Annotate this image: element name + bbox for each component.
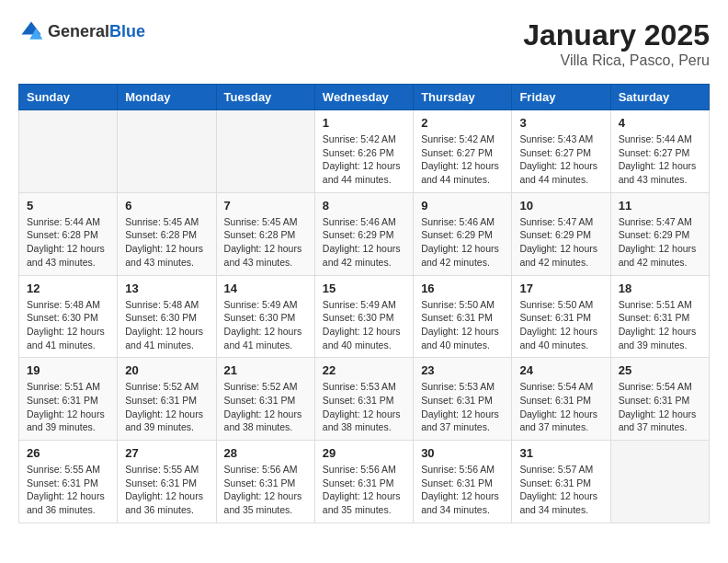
day-info: Sunrise: 5:50 AM Sunset: 6:31 PM Dayligh… [519, 298, 602, 352]
calendar-cell: 6Sunrise: 5:45 AM Sunset: 6:28 PM Daylig… [118, 192, 216, 275]
day-number: 13 [125, 282, 208, 295]
calendar-cell: 22Sunrise: 5:53 AM Sunset: 6:31 PM Dayli… [314, 358, 413, 441]
day-number: 23 [421, 363, 504, 377]
calendar-cell: 18Sunrise: 5:51 AM Sunset: 6:31 PM Dayli… [610, 275, 709, 358]
day-info: Sunrise: 5:51 AM Sunset: 6:31 PM Dayligh… [619, 298, 701, 352]
day-info: Sunrise: 5:48 AM Sunset: 6:30 PM Dayligh… [27, 298, 109, 352]
day-number: 2 [421, 116, 504, 130]
day-number: 4 [619, 116, 701, 130]
title-block: January 2025 Villa Rica, Pasco, Peru [523, 18, 710, 69]
calendar-week-1: 5Sunrise: 5:44 AM Sunset: 6:28 PM Daylig… [19, 192, 710, 275]
day-number: 19 [27, 363, 109, 377]
day-info: Sunrise: 5:56 AM Sunset: 6:31 PM Dayligh… [323, 463, 405, 517]
day-info: Sunrise: 5:47 AM Sunset: 6:29 PM Dayligh… [519, 215, 602, 270]
calendar-cell: 31Sunrise: 5:57 AM Sunset: 6:31 PM Dayli… [512, 441, 610, 523]
calendar-week-0: 1Sunrise: 5:42 AM Sunset: 6:26 PM Daylig… [19, 110, 710, 193]
calendar-cell: 3Sunrise: 5:43 AM Sunset: 6:27 PM Daylig… [512, 110, 610, 193]
weekday-header-friday: Friday [512, 85, 610, 110]
day-number: 8 [323, 199, 405, 213]
day-number: 20 [125, 363, 208, 377]
day-info: Sunrise: 5:42 AM Sunset: 6:27 PM Dayligh… [421, 132, 504, 187]
calendar-cell: 1Sunrise: 5:42 AM Sunset: 6:26 PM Daylig… [314, 110, 413, 193]
day-number: 12 [27, 282, 109, 295]
day-info: Sunrise: 5:57 AM Sunset: 6:31 PM Dayligh… [519, 463, 602, 517]
logo-general: General [48, 22, 109, 40]
day-info: Sunrise: 5:43 AM Sunset: 6:27 PM Dayligh… [519, 132, 602, 187]
day-number: 16 [421, 282, 504, 295]
calendar-week-3: 19Sunrise: 5:51 AM Sunset: 6:31 PM Dayli… [19, 358, 710, 441]
day-number: 25 [619, 363, 701, 377]
weekday-header-monday: Monday [118, 85, 216, 110]
calendar-subtitle: Villa Rica, Pasco, Peru [523, 52, 710, 69]
day-number: 15 [323, 282, 405, 295]
calendar-table: SundayMondayTuesdayWednesdayThursdayFrid… [18, 84, 710, 523]
calendar-cell: 28Sunrise: 5:56 AM Sunset: 6:31 PM Dayli… [216, 441, 314, 523]
calendar-cell: 9Sunrise: 5:46 AM Sunset: 6:29 PM Daylig… [414, 192, 512, 275]
calendar-cell: 26Sunrise: 5:55 AM Sunset: 6:31 PM Dayli… [19, 441, 118, 523]
day-info: Sunrise: 5:50 AM Sunset: 6:31 PM Dayligh… [421, 298, 504, 352]
calendar-cell: 10Sunrise: 5:47 AM Sunset: 6:29 PM Dayli… [512, 192, 610, 275]
day-number: 14 [224, 282, 307, 295]
day-info: Sunrise: 5:49 AM Sunset: 6:30 PM Dayligh… [323, 298, 405, 352]
day-number: 1 [323, 116, 405, 130]
calendar-cell: 25Sunrise: 5:54 AM Sunset: 6:31 PM Dayli… [610, 358, 709, 441]
day-number: 18 [619, 282, 701, 295]
calendar-cell: 12Sunrise: 5:48 AM Sunset: 6:30 PM Dayli… [19, 275, 118, 358]
calendar-cell [610, 441, 709, 523]
day-number: 7 [224, 199, 307, 213]
page-header: GeneralBlue January 2025 Villa Rica, Pas… [18, 18, 710, 69]
calendar-cell: 5Sunrise: 5:44 AM Sunset: 6:28 PM Daylig… [19, 192, 118, 275]
day-info: Sunrise: 5:54 AM Sunset: 6:31 PM Dayligh… [619, 380, 701, 434]
day-info: Sunrise: 5:52 AM Sunset: 6:31 PM Dayligh… [224, 380, 307, 434]
day-number: 9 [421, 199, 504, 213]
weekday-header-row: SundayMondayTuesdayWednesdayThursdayFrid… [19, 85, 710, 110]
calendar-week-4: 26Sunrise: 5:55 AM Sunset: 6:31 PM Dayli… [19, 441, 710, 523]
day-number: 24 [519, 363, 602, 377]
day-info: Sunrise: 5:56 AM Sunset: 6:31 PM Dayligh… [421, 463, 504, 517]
calendar-cell: 19Sunrise: 5:51 AM Sunset: 6:31 PM Dayli… [19, 358, 118, 441]
calendar-cell: 27Sunrise: 5:55 AM Sunset: 6:31 PM Dayli… [118, 441, 216, 523]
weekday-header-wednesday: Wednesday [314, 85, 413, 110]
day-info: Sunrise: 5:42 AM Sunset: 6:26 PM Dayligh… [323, 132, 405, 187]
day-info: Sunrise: 5:53 AM Sunset: 6:31 PM Dayligh… [323, 380, 405, 434]
calendar-cell: 2Sunrise: 5:42 AM Sunset: 6:27 PM Daylig… [414, 110, 512, 193]
calendar-cell: 30Sunrise: 5:56 AM Sunset: 6:31 PM Dayli… [414, 441, 512, 523]
calendar-body: 1Sunrise: 5:42 AM Sunset: 6:26 PM Daylig… [19, 110, 710, 523]
day-number: 28 [224, 446, 307, 460]
day-number: 30 [421, 446, 504, 460]
calendar-cell: 11Sunrise: 5:47 AM Sunset: 6:29 PM Dayli… [610, 192, 709, 275]
day-number: 3 [519, 116, 602, 130]
logo: GeneralBlue [18, 18, 145, 44]
logo-blue: Blue [109, 22, 145, 40]
day-number: 11 [619, 199, 701, 213]
day-info: Sunrise: 5:45 AM Sunset: 6:28 PM Dayligh… [125, 215, 208, 270]
day-info: Sunrise: 5:45 AM Sunset: 6:28 PM Dayligh… [224, 215, 307, 270]
day-info: Sunrise: 5:46 AM Sunset: 6:29 PM Dayligh… [421, 215, 504, 270]
calendar-cell: 13Sunrise: 5:48 AM Sunset: 6:30 PM Dayli… [118, 275, 216, 358]
day-info: Sunrise: 5:49 AM Sunset: 6:30 PM Dayligh… [224, 298, 307, 352]
calendar-cell: 16Sunrise: 5:50 AM Sunset: 6:31 PM Dayli… [414, 275, 512, 358]
day-info: Sunrise: 5:44 AM Sunset: 6:28 PM Dayligh… [27, 215, 109, 270]
day-info: Sunrise: 5:46 AM Sunset: 6:29 PM Dayligh… [323, 215, 405, 270]
calendar-cell: 24Sunrise: 5:54 AM Sunset: 6:31 PM Dayli… [512, 358, 610, 441]
calendar-cell: 23Sunrise: 5:53 AM Sunset: 6:31 PM Dayli… [414, 358, 512, 441]
logo-text: GeneralBlue [48, 22, 145, 41]
day-info: Sunrise: 5:56 AM Sunset: 6:31 PM Dayligh… [224, 463, 307, 517]
day-info: Sunrise: 5:44 AM Sunset: 6:27 PM Dayligh… [619, 132, 701, 187]
day-info: Sunrise: 5:47 AM Sunset: 6:29 PM Dayligh… [619, 215, 701, 270]
weekday-header-thursday: Thursday [414, 85, 512, 110]
weekday-header-sunday: Sunday [19, 85, 118, 110]
calendar-cell [216, 110, 314, 193]
day-info: Sunrise: 5:55 AM Sunset: 6:31 PM Dayligh… [27, 463, 109, 517]
calendar-cell [19, 110, 118, 193]
day-number: 31 [519, 446, 602, 460]
day-info: Sunrise: 5:54 AM Sunset: 6:31 PM Dayligh… [519, 380, 602, 434]
calendar-cell: 20Sunrise: 5:52 AM Sunset: 6:31 PM Dayli… [118, 358, 216, 441]
day-info: Sunrise: 5:48 AM Sunset: 6:30 PM Dayligh… [125, 298, 208, 352]
day-info: Sunrise: 5:51 AM Sunset: 6:31 PM Dayligh… [27, 380, 109, 434]
calendar-header: SundayMondayTuesdayWednesdayThursdayFrid… [19, 85, 710, 110]
logo-icon [18, 18, 44, 44]
calendar-cell: 14Sunrise: 5:49 AM Sunset: 6:30 PM Dayli… [216, 275, 314, 358]
weekday-header-saturday: Saturday [610, 85, 709, 110]
day-info: Sunrise: 5:52 AM Sunset: 6:31 PM Dayligh… [125, 380, 208, 434]
